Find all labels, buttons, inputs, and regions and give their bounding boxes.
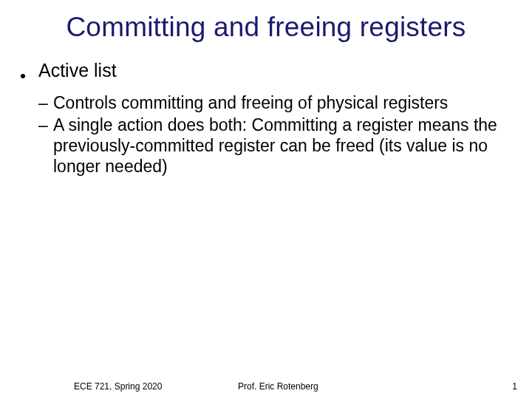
slide: Committing and freeing registers Active … [0,0,532,399]
bullet-level-2: – Controls committing and freeing of phy… [38,92,513,113]
bullet-text: Controls committing and freeing of physi… [53,92,513,113]
bullet-marker [19,59,38,82]
footer-page-number: 1 [512,381,517,392]
footer-course: ECE 721, Spring 2020 [74,381,162,392]
bullet-level-1: Active list [19,59,513,82]
bullet-text: Active list [38,59,513,82]
footer-author: Prof. Eric Rotenberg [238,381,318,392]
slide-content: Active list – Controls committing and fr… [19,59,513,177]
bullet-marker: – [38,115,53,177]
bullet-marker: – [38,92,53,113]
bullet-text: A single action does both: Committing a … [53,115,513,177]
bullet-level-2: – A single action does both: Committing … [38,115,513,177]
slide-title: Committing and freeing registers [19,12,513,43]
